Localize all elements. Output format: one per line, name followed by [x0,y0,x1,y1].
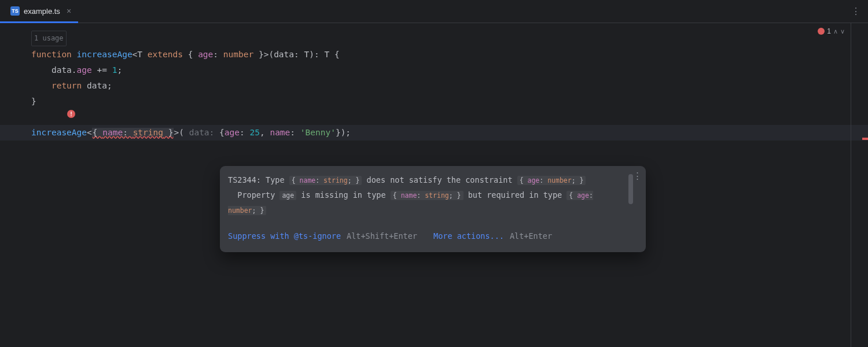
status-strip [851,23,868,347]
file-tab[interactable]: TS example.ts × [0,1,78,23]
tab-filename: example.ts [24,7,60,16]
more-actions-shortcut: Alt+Enter [510,228,552,244]
code-line: } [31,94,851,109]
tooltip-actions: Suppress with @ts-ignore Alt+Shift+Enter… [228,228,638,244]
suppress-shortcut: Alt+Shift+Enter [347,228,417,244]
chevron-down-icon[interactable]: ∨ [840,28,845,35]
usage-hint[interactable]: 1 usage [31,31,67,46]
tooltip-message: TS2344: Type { name: string; } does not … [228,173,638,218]
tooltip-scrollbar[interactable] [628,174,633,204]
error-dot-icon [818,28,825,35]
code-line: return data; [31,78,851,94]
code-line: function increaseAge<T extends { age: nu… [31,47,851,62]
error-tooltip: ⋮ TS2344: Type { name: string; } does no… [220,166,646,252]
gutter [0,23,31,347]
error-marker[interactable] [862,138,868,140]
chevron-up-icon[interactable]: ∧ [833,28,838,35]
typescript-icon: TS [10,6,20,16]
more-icon[interactable]: ⋮ [851,6,861,17]
editor: ! 1 usage function increaseAge<T extends… [0,23,868,347]
tab-group: TS example.ts × [0,0,78,23]
error-bulb-icon[interactable]: ! [67,110,75,118]
code-area[interactable]: ! 1 usage function increaseAge<T extends… [31,23,851,347]
code-line [31,109,851,125]
inspection-widget[interactable]: 1 ∧ ∨ [818,27,845,35]
close-icon[interactable]: × [67,6,71,16]
suppress-link[interactable]: Suppress with @ts-ignore [228,228,341,244]
code-line-error: increaseAge<{ name: string }>( data: {ag… [0,125,868,141]
error-count: 1 [827,27,831,35]
more-actions-link[interactable]: More actions... [433,228,504,244]
tab-bar: TS example.ts × ⋮ [0,0,868,23]
code-line: data.age += 1; [31,62,851,78]
